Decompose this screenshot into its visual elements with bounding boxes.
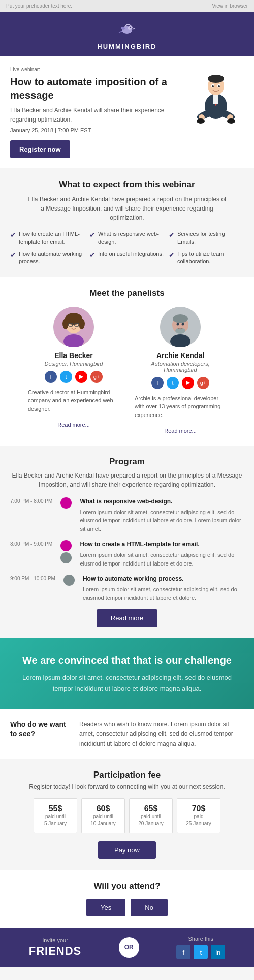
pay-now-button[interactable]: Pay now xyxy=(98,841,156,859)
program-avatar-group-3 xyxy=(61,575,77,586)
program-avatar-group-1 xyxy=(58,497,74,509)
read-more-button[interactable]: Read more xyxy=(97,609,157,627)
program-item-2: 8:00 PM - 9:00 PM How to create a HTML-t… xyxy=(10,540,244,568)
program-avatar-archie-2 xyxy=(60,552,72,563)
program-text-1: Lorem ipsum dolor sit amet, consectetur … xyxy=(80,508,244,533)
checklist-item-4: ✔ How to automate working process. xyxy=(10,250,85,266)
checklist-text-6: Tips to utilize team collaboration. xyxy=(177,250,244,266)
friends-share-section: Invite your FRIENDS OR Share this f t in xyxy=(0,928,254,967)
share-icons: f t in xyxy=(176,945,225,959)
panelist-row: Ella Becker Designer, Hummingbird f t ▶ … xyxy=(10,307,244,435)
price-label-2: paid until10 January xyxy=(88,813,118,827)
webinar-info-section: What to expect from this webinar Ella Be… xyxy=(0,168,254,277)
price-amount-4: 70$ xyxy=(183,804,214,813)
participation-title: Participation fee xyxy=(10,770,244,780)
program-item-3: 9:00 PM - 10:00 PM How to automate worki… xyxy=(10,575,244,602)
checklist-text-3: Services for testing Emails. xyxy=(177,230,244,246)
svg-point-3 xyxy=(130,27,131,28)
check-icon-3: ✔ xyxy=(169,230,175,241)
register-button[interactable]: Register now xyxy=(10,140,70,158)
price-box-4: 70$ paid25 January xyxy=(177,798,220,833)
svg-point-31 xyxy=(173,314,188,323)
program-time-2: 8:00 PM - 9:00 PM xyxy=(10,540,52,547)
webinar-info-desc: Ella Becker and Archie Kendal have prepa… xyxy=(25,195,229,222)
hero-date: January 25, 2018 | 7:00 PM EST xyxy=(10,127,183,133)
hero-label: Live webinar: xyxy=(10,67,183,72)
panelist-ella: Ella Becker Designer, Hummingbird f t ▶ … xyxy=(28,307,119,435)
svg-point-18 xyxy=(218,85,220,87)
checklist-item-3: ✔ Services for testing Emails. xyxy=(169,230,244,246)
checklist-text-1: How to create an HTML-template for email… xyxy=(19,230,85,246)
checklist-item-5: ✔ Info on useful integrations. xyxy=(89,250,165,266)
check-icon-1: ✔ xyxy=(10,230,16,241)
view-in-browser-link[interactable]: View in browser xyxy=(212,3,248,9)
participation-desc: Register today! I look forward to connec… xyxy=(10,783,244,790)
no-button[interactable]: No xyxy=(131,899,168,916)
yes-button[interactable]: Yes xyxy=(86,899,125,916)
checklist-text-4: How to automate working process. xyxy=(19,250,85,266)
archie-youtube-icon[interactable]: ▶ xyxy=(182,377,194,389)
share-facebook-icon[interactable]: f xyxy=(176,945,190,959)
program-topic-2: How to create a HTML-template for email. xyxy=(80,540,244,549)
ella-facebook-icon[interactable]: f xyxy=(45,371,57,383)
hummingbird-logo-icon xyxy=(116,21,138,41)
archie-social-icons: f t ▶ g+ xyxy=(135,377,226,389)
webinar-info-title: What to expect from this webinar xyxy=(10,180,244,190)
price-box-1: 55$ paid until5 January xyxy=(34,798,77,833)
program-avatar-ella-2 xyxy=(60,540,72,551)
hero-text-block: Live webinar: How to automate imposition… xyxy=(10,67,183,158)
price-amount-3: 65$ xyxy=(136,804,166,813)
ella-google-plus-icon[interactable]: g+ xyxy=(90,371,103,383)
share-linkedin-icon[interactable]: in xyxy=(211,945,225,959)
hero-title: How to automate imposition of a message xyxy=(10,75,183,102)
or-circle: OR xyxy=(119,937,139,958)
program-desc: Ella Becker and Archie Kendal have prepa… xyxy=(10,471,244,489)
price-box-3: 65$ paid until20 January xyxy=(129,798,173,833)
challenge-section: We are convinced that that is our challe… xyxy=(0,638,254,709)
who-section: Who do we want to see? Readers who wish … xyxy=(0,709,254,759)
archie-twitter-icon[interactable]: t xyxy=(167,377,179,389)
svg-rect-8 xyxy=(213,95,218,104)
archie-google-plus-icon[interactable]: g+ xyxy=(197,377,209,389)
preheader-text: Put your preheader text here. xyxy=(6,3,72,9)
panelists-section: Meet the panelists xyxy=(0,277,254,446)
ella-role: Designer, Hummingbird xyxy=(28,361,119,367)
panelists-title: Meet the panelists xyxy=(10,288,244,299)
program-title: Program xyxy=(10,457,244,467)
archie-desc: Archie is a professional developer with … xyxy=(135,394,226,420)
ella-twitter-icon[interactable]: t xyxy=(60,371,72,383)
attend-section: Will you attend? Yes No xyxy=(0,870,254,928)
archie-avatar xyxy=(160,307,201,347)
program-text-3: Lorem ipsum dolor sit amet, consectetur … xyxy=(83,585,244,602)
email-header: HUMMINGBIRD xyxy=(0,12,254,56)
archie-read-more-link[interactable]: Read more... xyxy=(164,428,197,434)
svg-point-6 xyxy=(208,75,224,83)
checklist-text-2: What is responsive web-design. xyxy=(98,230,165,246)
program-content-3: How to automate working process. Lorem i… xyxy=(83,575,244,602)
ella-social-icons: f t ▶ g+ xyxy=(28,371,119,383)
challenge-text: Lorem ipsum dolor sit amet, consectetur … xyxy=(15,673,239,694)
invite-friends-text: FRIENDS xyxy=(29,944,82,958)
svg-point-33 xyxy=(177,323,179,325)
checklist-item-1: ✔ How to create an HTML-template for ema… xyxy=(10,230,85,246)
program-btn-wrap: Read more xyxy=(10,609,244,627)
preheader: Put your preheader text here. View in br… xyxy=(0,0,254,12)
program-time-3: 9:00 PM - 10:00 PM xyxy=(10,575,55,581)
ella-youtube-icon[interactable]: ▶ xyxy=(75,371,87,383)
archie-facebook-icon[interactable]: f xyxy=(151,377,164,389)
svg-point-13 xyxy=(197,118,205,124)
share-label: Share this xyxy=(176,936,225,942)
price-label-4: paid25 January xyxy=(183,813,214,827)
ella-read-more-link[interactable]: Read more... xyxy=(57,422,90,428)
program-avatar-group-2 xyxy=(58,540,74,563)
svg-point-23 xyxy=(62,319,69,329)
program-topic-1: What is responsive web-design. xyxy=(80,497,244,506)
program-avatar-archie-3 xyxy=(64,575,75,586)
program-content-1: What is responsive web-design. Lorem ips… xyxy=(80,497,244,533)
price-label-3: paid until20 January xyxy=(136,813,166,827)
attend-buttons: Yes No xyxy=(10,899,244,916)
share-twitter-icon[interactable]: t xyxy=(194,945,208,959)
hero-description: Ella Becker and Archie Kendal will share… xyxy=(10,106,183,124)
svg-point-24 xyxy=(79,319,85,329)
hero-section: Live webinar: How to automate imposition… xyxy=(0,56,254,168)
